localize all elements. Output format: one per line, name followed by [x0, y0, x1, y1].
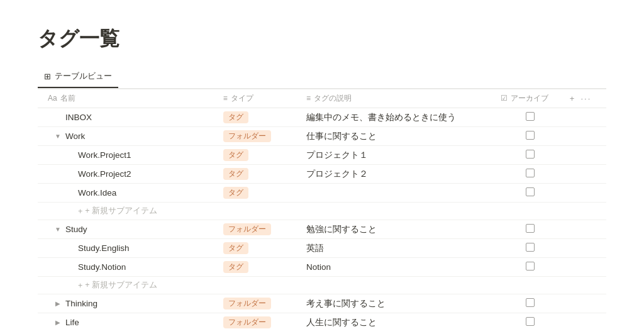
table-row[interactable]: + + 新規サブアイテム — [38, 277, 606, 294]
add-column-icon[interactable]: + — [570, 94, 575, 103]
new-sub-item-cell[interactable]: + + 新規サブアイテム — [38, 203, 606, 220]
toggle-right-icon[interactable]: ▶ — [53, 300, 63, 307]
desc-cell: 人生に関すること — [301, 313, 496, 330]
archive-cell[interactable] — [496, 258, 565, 277]
archive-checkbox[interactable] — [526, 150, 535, 159]
type-badge: タグ — [223, 187, 248, 199]
actions-cell — [565, 127, 606, 146]
desc-cell: 英語 — [301, 239, 496, 258]
name-cell: ▶ Life — [38, 313, 218, 330]
toggle-down-icon[interactable]: ▼ — [53, 226, 63, 233]
view-tabs: ⊞ テーブルビュー — [38, 65, 606, 89]
table-row: Work.Idea タグ — [38, 184, 606, 203]
archive-checkbox[interactable] — [526, 112, 535, 121]
archive-checkbox[interactable] — [526, 243, 535, 252]
archive-checkbox[interactable] — [526, 131, 535, 140]
type-badge: フォルダー — [223, 316, 271, 328]
desc-cell: プロジェクト１ — [301, 146, 496, 165]
archive-checkbox[interactable] — [526, 187, 535, 196]
archive-cell[interactable] — [496, 294, 565, 313]
name-cell: Study.Notion — [38, 258, 218, 277]
actions-cell — [565, 220, 606, 239]
actions-cell — [565, 165, 606, 184]
type-badge: タグ — [223, 261, 248, 273]
type-cell: タグ — [218, 165, 301, 184]
name-cell: ▼ Study — [38, 220, 218, 239]
table-row: Study.English タグ 英語 — [38, 239, 606, 258]
archive-checkbox[interactable] — [526, 317, 535, 326]
page-container: タグ一覧 ⊞ テーブルビュー Aa 名前 ≡ タイプ ≡ タグの説明 — [0, 0, 644, 329]
aa-icon: Aa — [48, 94, 57, 103]
toggle-down-icon[interactable]: ▼ — [53, 133, 63, 140]
archive-checkbox[interactable] — [526, 262, 535, 270]
type-cell: タグ — [218, 239, 301, 258]
actions-cell — [565, 239, 606, 258]
row-name: Study.Notion — [78, 262, 126, 272]
type-cell: フォルダー — [218, 127, 301, 146]
tab-label: テーブルビュー — [55, 70, 112, 82]
actions-cell — [565, 258, 606, 277]
tags-table: Aa 名前 ≡ タイプ ≡ タグの説明 ☑ アーカイブ + — [38, 89, 606, 329]
toggle-right-icon[interactable]: ▶ — [53, 319, 63, 326]
archive-checkbox[interactable] — [526, 224, 535, 233]
name-cell: Work.Idea — [38, 184, 218, 203]
archive-cell[interactable] — [496, 239, 565, 258]
archive-cell[interactable] — [496, 220, 565, 239]
tab-table-view[interactable]: ⊞ テーブルビュー — [38, 65, 118, 88]
type-badge: フォルダー — [223, 130, 271, 142]
archive-cell[interactable] — [496, 146, 565, 165]
table-row: ▶ Life フォルダー 人生に関すること — [38, 313, 606, 330]
archive-cell[interactable] — [496, 165, 565, 184]
table-row[interactable]: + + 新規サブアイテム — [38, 203, 606, 220]
actions-cell — [565, 146, 606, 165]
actions-cell — [565, 294, 606, 313]
row-name: INBOX — [65, 113, 92, 122]
type-cell: フォルダー — [218, 220, 301, 239]
table-row: INBOX タグ 編集中のメモ、書き始めるときに使う — [38, 108, 606, 127]
type-badge: フォルダー — [223, 298, 271, 309]
type-badge: タグ — [223, 168, 248, 180]
desc-cell — [301, 184, 496, 203]
new-sub-label[interactable]: + 新規サブアイテム — [85, 280, 157, 291]
type-badge: タグ — [223, 111, 248, 123]
page-title: タグ一覧 — [38, 25, 606, 53]
check-icon: ☑ — [501, 94, 508, 103]
col-header-desc: ≡ タグの説明 — [301, 89, 496, 108]
row-name: Work.Project2 — [78, 169, 131, 179]
table-row: ▼ Work フォルダー 仕事に関すること — [38, 127, 606, 146]
new-sub-item-cell[interactable]: + + 新規サブアイテム — [38, 277, 606, 294]
new-sub-plus-icon: + — [78, 207, 82, 216]
actions-cell — [565, 313, 606, 330]
row-name: Work — [65, 131, 85, 141]
name-cell: INBOX — [38, 108, 218, 127]
archive-cell[interactable] — [496, 127, 565, 146]
table-header-row: Aa 名前 ≡ タイプ ≡ タグの説明 ☑ アーカイブ + — [38, 89, 606, 108]
table-icon: ⊞ — [44, 72, 51, 81]
table-row: Work.Project2 タグ プロジェクト２ — [38, 165, 606, 184]
archive-cell[interactable] — [496, 184, 565, 203]
type-cell: フォルダー — [218, 313, 301, 330]
col-header-add[interactable]: + ··· — [565, 89, 606, 108]
archive-checkbox[interactable] — [526, 298, 535, 307]
archive-cell[interactable] — [496, 108, 565, 127]
desc-cell: 考え事に関すること — [301, 294, 496, 313]
archive-cell[interactable] — [496, 313, 565, 330]
type-cell: タグ — [218, 184, 301, 203]
desc-cell: 勉強に関すること — [301, 220, 496, 239]
col-header-type: ≡ タイプ — [218, 89, 301, 108]
table-row: ▼ Study フォルダー 勉強に関すること — [38, 220, 606, 239]
list-icon: ≡ — [223, 94, 228, 103]
desc-cell: 仕事に関すること — [301, 127, 496, 146]
more-options-icon[interactable]: ··· — [580, 94, 591, 103]
actions-cell — [565, 184, 606, 203]
type-cell: タグ — [218, 258, 301, 277]
type-badge: タグ — [223, 149, 248, 161]
archive-checkbox[interactable] — [526, 169, 535, 177]
new-sub-label[interactable]: + 新規サブアイテム — [85, 206, 157, 216]
table-body: INBOX タグ 編集中のメモ、書き始めるときに使う ▼ Work フォルダー … — [38, 108, 606, 330]
row-name: Work.Idea — [78, 188, 116, 198]
desc-cell: Notion — [301, 258, 496, 277]
row-name: Thinking — [65, 299, 97, 308]
col-header-name: Aa 名前 — [38, 89, 218, 108]
table-row: Study.Notion タグ Notion — [38, 258, 606, 277]
